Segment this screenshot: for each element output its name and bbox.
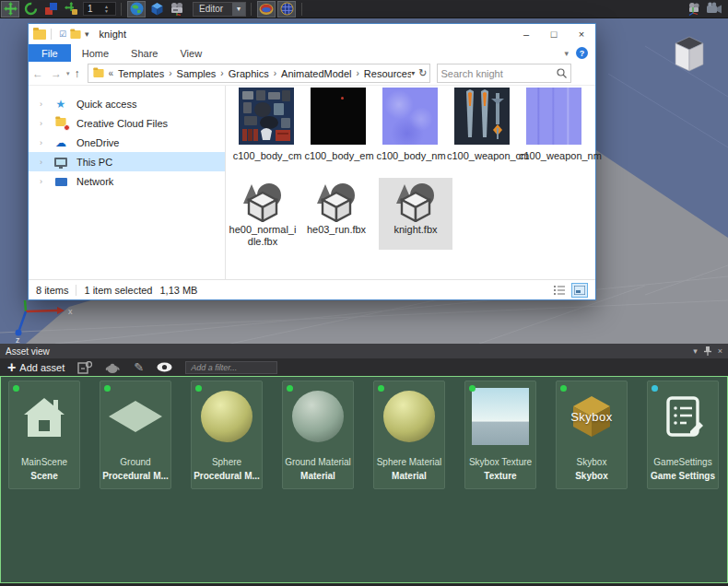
address-dropdown-chevron-icon[interactable]: ▾ [411,69,415,77]
nav-label[interactable]: This PC [76,157,112,168]
breadcrumb-segment[interactable]: Resources [364,68,411,79]
close-button[interactable]: × [568,24,595,44]
nav-item-quick-access[interactable]: › ★ Quick access [29,94,225,113]
file-item-he03-run[interactable]: he03_run.fbx [299,178,373,250]
camera-gizmo-toggle-button[interactable] [685,1,703,18]
nav-item-creative-cloud[interactable]: › Creative Cloud Files [29,113,225,133]
file-item-knight-selected[interactable]: knight.fbx [379,178,452,250]
snap-tool-button[interactable] [62,1,80,18]
nav-item-network[interactable]: › Network [29,171,225,191]
breadcrumb-segment[interactable]: Graphics [229,68,269,79]
scale-tool-button[interactable] [41,1,60,18]
wireframe-sphere-button[interactable] [277,1,296,18]
breadcrumb-segment[interactable]: AnimatedModel [281,68,351,79]
file-name[interactable]: c100_weapon_nm [519,150,591,162]
world-space-button[interactable] [127,1,146,18]
file-name[interactable]: c100_body_nm [375,150,447,162]
asset-tile-sphere[interactable]: Sphere Procedural M... [191,381,263,489]
camera-settings-button[interactable] [168,1,186,18]
expand-chevron-icon[interactable]: › [40,158,53,167]
breadcrumb-separator: › [274,68,276,78]
nav-label[interactable]: Quick access [76,99,136,110]
local-space-button[interactable] [147,1,166,18]
history-chevron-icon[interactable]: ▾ [66,70,70,77]
expand-chevron-icon[interactable]: › [40,138,53,147]
breadcrumb-segment[interactable]: Samples [177,68,217,79]
tab-home[interactable]: Home [71,44,120,62]
file-list[interactable]: c100_body_cm c100_body_em c100_body_nm c… [226,86,595,279]
snap-value-stepper[interactable]: ▲▼ [83,2,116,16]
file-thumbnail-c100-body-cm[interactable] [239,88,294,145]
thumbnails-view-button[interactable] [571,283,588,298]
game-mode-dropdown[interactable]: Editor ▾ [193,2,246,17]
snap-value-input[interactable] [84,4,104,14]
nav-item-onedrive[interactable]: › ☁ OneDrive [29,133,225,152]
file-name[interactable]: c100_body_cm [231,150,303,162]
asset-view-content-drop-highlight[interactable]: MainScene Scene Ground Procedural M... S… [0,376,728,583]
asset-filter-input[interactable] [185,361,277,374]
spinner-arrows-icon[interactable]: ▲▼ [104,5,111,14]
asset-tile-mainscene[interactable]: MainScene Scene [8,381,80,489]
expand-chevron-icon[interactable]: › [40,177,53,186]
file-name[interactable]: he00_normal_idle.fbx [226,224,299,248]
add-primitive-button[interactable] [105,362,121,373]
up-button[interactable]: ↑ [75,67,80,80]
asset-tile-skybox-texture[interactable]: Skybox Texture Texture [464,381,536,489]
details-view-button[interactable] [551,283,568,298]
refresh-icon[interactable]: ↻ [418,67,427,79]
file-name[interactable]: knight.fbx [379,224,452,236]
minimize-button[interactable]: – [512,24,540,44]
tab-share[interactable]: Share [120,44,169,62]
view-options-button[interactable] [157,362,172,372]
edit-asset-button[interactable]: ✎ [134,360,144,374]
search-input[interactable] [441,68,557,79]
file-thumbnail-c100-weapon-cm[interactable] [454,88,510,145]
file-item-he00-normal-idle[interactable]: he00_normal_idle.fbx [226,178,299,250]
nav-item-this-pc[interactable]: › This PC [29,152,225,171]
add-asset-button[interactable]: + Add asset [7,361,65,374]
file-name[interactable]: c100_body_em [303,150,375,162]
ribbon-collapse-chevron-icon[interactable]: ▾ [564,49,569,58]
tab-view[interactable]: View [169,44,213,62]
explorer-titlebar[interactable]: ☑ ▾ knight – □ × [29,24,595,44]
asset-tile-sphere-material[interactable]: Sphere Material Material [373,381,445,489]
import-asset-button[interactable] [77,361,92,374]
file-name[interactable]: c100_weapon_cm [447,150,519,162]
breadcrumb[interactable]: « Templates › Samples › Graphics › Anima… [109,68,412,79]
breadcrumb-segment[interactable]: Templates [118,68,164,79]
properties-icon[interactable]: ☑ [59,29,66,39]
asset-tile-ground[interactable]: Ground Procedural M... [100,381,171,489]
tab-file[interactable]: File [29,44,71,62]
forward-button[interactable]: → [51,67,62,80]
expand-chevron-icon[interactable]: › [40,119,53,128]
back-button[interactable]: ← [32,67,43,80]
render-camera-button[interactable] [705,1,723,18]
nav-label[interactable]: Network [76,176,113,187]
nav-label[interactable]: OneDrive [76,137,119,148]
file-name[interactable]: he03_run.fbx [299,224,373,236]
file-thumbnail-c100-body-em[interactable] [311,88,366,145]
new-folder-icon[interactable] [70,30,80,39]
file-thumbnail-c100-weapon-nm[interactable] [526,88,581,145]
expand-chevron-icon[interactable]: › [40,100,53,109]
address-bar[interactable]: « Templates › Samples › Graphics › Anima… [88,64,430,83]
pin-icon[interactable] [704,346,711,356]
chevron-down-icon[interactable]: ▾ [232,3,245,16]
file-thumbnail-c100-body-nm[interactable] [382,88,438,145]
orientation-cube-gizmo[interactable] [675,37,703,71]
move-tool-button[interactable] [1,1,19,18]
asset-tile-ground-material[interactable]: Ground Material Material [282,381,354,489]
search-icon[interactable] [557,68,567,78]
asset-tile-skybox[interactable]: Skybox Skybox Skybox [556,381,628,489]
help-button[interactable]: ? [576,47,588,59]
material-highlight-button[interactable] [257,1,276,18]
search-box[interactable] [437,64,571,83]
rotate-tool-button[interactable] [21,1,40,18]
panel-close-icon[interactable]: × [718,346,722,356]
asset-view-titlebar[interactable]: Asset view ▾ × [0,344,728,358]
nav-label[interactable]: Creative Cloud Files [76,118,168,129]
maximize-button[interactable]: □ [540,24,568,44]
asset-tile-gamesettings[interactable]: GameSettings Game Settings [647,381,719,489]
panel-collapse-chevron-icon[interactable]: ▾ [693,346,698,356]
qat-customize-chevron-icon[interactable]: ▾ [85,29,89,39]
